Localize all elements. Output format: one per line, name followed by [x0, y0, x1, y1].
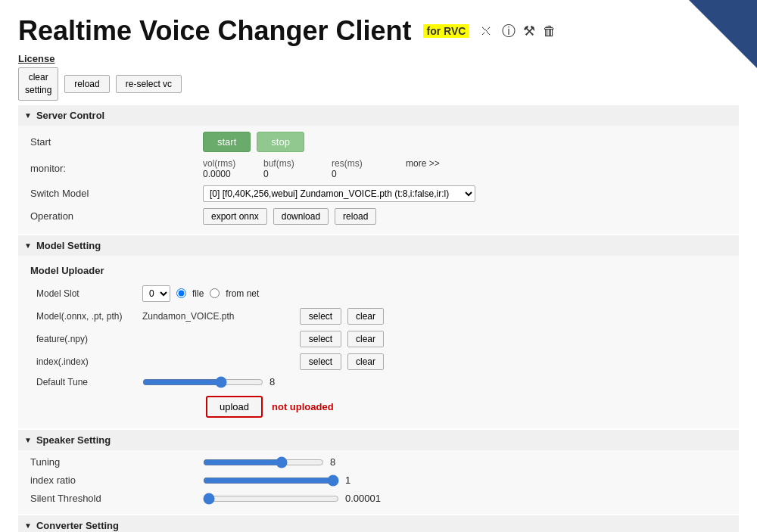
server-control-title: Server Control — [36, 110, 104, 121]
license-buttons: clearsetting reload re-select vc — [18, 67, 739, 101]
server-control-header[interactable]: ▼ Server Control — [18, 105, 739, 126]
model-slot-label: Model Slot — [30, 288, 136, 299]
switch-model-label: Switch Model — [30, 188, 197, 199]
upload-button[interactable]: upload — [206, 396, 263, 418]
silent-threshold-value: 0.00001 — [345, 493, 381, 504]
res-label: res(ms) — [332, 158, 400, 169]
model-setting-header[interactable]: ▼ Model Setting — [18, 235, 739, 256]
corner-decoration — [689, 0, 757, 68]
converter-setting-header[interactable]: ▼ Converter Setting — [18, 515, 739, 532]
model-uploader-label: Model Uploader — [30, 262, 104, 279]
export-onnx-button[interactable]: export onnx — [203, 208, 267, 225]
speaker-setting-section: ▼ Speaker Setting Tuning 8 index ratio 1… — [18, 430, 739, 514]
silent-threshold-row: Silent Threshold 0.00001 — [30, 490, 727, 508]
for-rvc-badge: for RVC — [423, 24, 469, 38]
model-file-label: Model(.onnx, .pt, pth) — [30, 311, 136, 322]
converter-setting-arrow: ▼ — [24, 521, 32, 530]
app-header: Realtime Voice Changer Client for RVC ⛌ … — [18, 15, 739, 47]
index-ratio-value: 1 — [345, 474, 350, 486]
start-label: Start — [30, 136, 197, 148]
server-control-arrow: ▼ — [24, 111, 32, 120]
model-uploader-header-row: Model Uploader — [30, 259, 727, 282]
switch-model-select[interactable]: [0] [f0,40K,256,webui] Zundamon_VOICE.pt… — [203, 185, 475, 202]
github-icon[interactable]: ⛌ — [481, 23, 494, 39]
license-section: License clearsetting reload re-select vc — [18, 53, 739, 101]
speaker-setting-title: Speaker Setting — [36, 434, 111, 446]
buf-label: buf(ms) — [263, 158, 332, 169]
monitor-row: monitor: vol(rms) 0.0000 buf(ms) 0 res(m… — [30, 155, 727, 182]
model-setting-section: ▼ Model Setting Model Uploader Model Slo… — [18, 235, 739, 428]
res-value: 0 — [332, 169, 400, 179]
index-label: index(.index) — [30, 356, 136, 367]
vol-label: vol(rms) — [203, 158, 263, 169]
feature-row: feature(.npy) select clear — [30, 328, 727, 350]
model-setting-arrow: ▼ — [24, 241, 32, 250]
reload-button[interactable]: reload — [64, 75, 109, 93]
start-row: Start start stop — [30, 129, 727, 155]
server-control-body: Start start stop monitor: vol(rms) 0.000… — [18, 126, 739, 234]
silent-threshold-label: Silent Threshold — [30, 493, 197, 504]
model-slot-select[interactable]: 0 — [142, 285, 170, 302]
license-label: License — [18, 53, 739, 64]
silent-threshold-slider-container: 0.00001 — [203, 493, 381, 505]
more-link[interactable]: more >> — [406, 158, 440, 169]
not-uploaded-text: not uploaded — [272, 401, 334, 412]
index-row: index(.index) select clear — [30, 350, 727, 373]
trash-icon[interactable]: 🗑 — [543, 23, 556, 39]
switch-model-row: Switch Model [0] [f0,40K,256,webui] Zund… — [30, 182, 727, 205]
vol-col: vol(rms) 0.0000 — [203, 158, 263, 179]
operation-row: Operation export onnx download reload — [30, 205, 727, 228]
default-tune-slider[interactable] — [142, 376, 263, 388]
file-radio-group: file from net — [176, 288, 259, 299]
index-ratio-slider[interactable] — [203, 474, 339, 487]
tuning-slider-container: 8 — [203, 456, 335, 468]
reselect-vc-button[interactable]: re-select vc — [116, 75, 182, 93]
question-icon[interactable]: ⓘ — [502, 22, 516, 40]
tuning-value: 8 — [330, 456, 335, 468]
default-tune-row: Default Tune 8 — [30, 373, 727, 391]
stop-button[interactable]: stop — [257, 132, 304, 152]
header-icon-group: ⛌ ⓘ ⚒ 🗑 — [481, 22, 556, 40]
model-select-button[interactable]: select — [300, 308, 341, 325]
start-button[interactable]: start — [203, 132, 251, 152]
converter-setting-title: Converter Setting — [36, 520, 119, 531]
buf-col: buf(ms) 0 — [263, 158, 332, 179]
file-radio[interactable] — [176, 288, 186, 298]
from-net-radio[interactable] — [210, 288, 220, 298]
index-select-button[interactable]: select — [300, 353, 341, 370]
model-file-row: Model(.onnx, .pt, pth) Zundamon_VOICE.pt… — [30, 305, 727, 328]
model-clear-button[interactable]: clear — [347, 308, 384, 325]
buf-value: 0 — [263, 169, 332, 179]
operation-reload-button[interactable]: reload — [335, 208, 376, 225]
clear-setting-button[interactable]: clearsetting — [18, 67, 58, 101]
silent-threshold-slider[interactable] — [203, 493, 339, 505]
feature-select-button[interactable]: select — [300, 331, 341, 347]
index-ratio-label: index ratio — [30, 474, 197, 486]
feature-clear-button[interactable]: clear — [347, 331, 384, 347]
res-col: res(ms) 0 — [332, 158, 400, 179]
tuning-slider[interactable] — [203, 456, 324, 468]
feature-label: feature(.npy) — [30, 334, 136, 344]
speaker-setting-body: Tuning 8 index ratio 1 Silent Threshold … — [18, 450, 739, 514]
monitor-label: monitor: — [30, 163, 197, 174]
index-ratio-row: index ratio 1 — [30, 471, 727, 490]
speaker-setting-header[interactable]: ▼ Speaker Setting — [18, 430, 739, 450]
upload-row: upload not uploaded — [30, 391, 727, 422]
operation-label: Operation — [30, 210, 197, 222]
vol-value: 0.0000 — [203, 169, 263, 179]
index-clear-button[interactable]: clear — [347, 353, 384, 370]
wrench-icon[interactable]: ⚒ — [523, 23, 535, 39]
monitor-grid: vol(rms) 0.0000 buf(ms) 0 res(ms) 0 more… — [203, 158, 440, 179]
default-tune-value: 8 — [269, 376, 275, 387]
model-file-value: Zundamon_VOICE.pth — [142, 311, 294, 322]
index-ratio-slider-container: 1 — [203, 474, 350, 487]
download-button[interactable]: download — [273, 208, 329, 225]
tuning-label: Tuning — [30, 456, 197, 468]
model-setting-title: Model Setting — [36, 240, 101, 251]
server-control-section: ▼ Server Control Start start stop monito… — [18, 105, 739, 234]
default-tune-slider-container: 8 — [142, 376, 275, 388]
default-tune-label: Default Tune — [30, 377, 136, 387]
from-net-radio-label: from net — [226, 288, 259, 299]
model-slot-row: Model Slot 0 file from net — [30, 282, 727, 305]
file-radio-label: file — [192, 288, 204, 299]
